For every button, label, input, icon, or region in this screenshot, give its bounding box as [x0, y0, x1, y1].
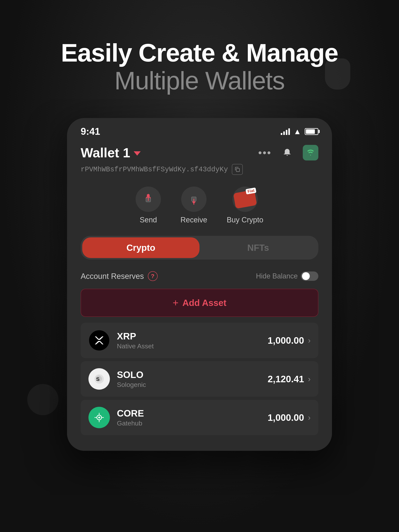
asset-amount-solo: 2,120.41: [268, 374, 304, 384]
question-mark-icon: ?: [151, 273, 154, 279]
tabs-container: Crypto NFTs: [81, 236, 318, 260]
fiat-badge: Fiat: [245, 188, 256, 195]
action-buttons: Send Receive Fiat: [81, 187, 318, 224]
reserves-left: Account Reserves ?: [81, 271, 158, 281]
hide-balance-row: Hide Balance: [256, 272, 318, 281]
toggle-knob: [302, 272, 310, 280]
status-icons: ▲: [281, 127, 318, 136]
receive-action-button[interactable]: Receive: [180, 187, 207, 224]
wifi-icon: ▲: [293, 127, 301, 136]
buy-crypto-card-icon: Fiat: [233, 190, 257, 209]
wallet-header: Wallet 1 •••: [81, 145, 318, 160]
asset-info-xrp: XRP Native Asset: [117, 331, 154, 350]
asset-amount-core: 1,000.00: [268, 412, 304, 423]
chevron-right-solo: ›: [308, 375, 310, 383]
hero-line2: Multiple Wallets: [61, 67, 338, 95]
asset-subtitle-solo: Sologenic: [117, 381, 146, 388]
chevron-right-xrp: ›: [308, 336, 310, 345]
status-time: 9:41: [81, 126, 100, 137]
solo-logo: S: [89, 368, 110, 390]
signal-bar-4: [288, 128, 290, 135]
header-actions: •••: [258, 145, 318, 160]
wallet-title-row[interactable]: Wallet 1: [81, 145, 141, 160]
battery-icon: [305, 128, 318, 135]
asset-name-core: CORE: [117, 408, 144, 419]
signal-bar-1: [281, 133, 282, 135]
asset-right-core: 1,000.00 ›: [268, 412, 310, 423]
account-reserves-info-button[interactable]: ?: [148, 271, 158, 281]
asset-subtitle-core: Gatehub: [117, 419, 144, 427]
asset-item-core[interactable]: CORE Gatehub 1,000.00 ›: [81, 400, 318, 435]
buy-crypto-icon-circle: Fiat: [232, 187, 258, 212]
buy-crypto-label: Buy Crypto: [227, 216, 264, 224]
wallet-dropdown-arrow[interactable]: [134, 151, 141, 156]
account-reserves-label: Account Reserves: [81, 272, 144, 281]
svg-marker-9: [192, 202, 196, 204]
asset-list: XRP Native Asset 1,000.00 › S: [81, 323, 318, 435]
add-asset-label: Add Asset: [182, 298, 226, 308]
signal-bar-2: [283, 132, 285, 135]
notification-bell-button[interactable]: [279, 145, 295, 160]
chevron-right-core: ›: [308, 413, 310, 422]
asset-left-xrp: XRP Native Asset: [89, 330, 154, 351]
hero-section: Easily Create & Manage Multiple Wallets: [61, 39, 338, 95]
send-label: Send: [140, 216, 157, 224]
battery-fill: [306, 129, 315, 134]
asset-info-solo: SOLO Sologenic: [117, 369, 146, 388]
phone-content: Wallet 1 ••• rPVMhWBsfrPVMhWBsfFSy: [67, 141, 332, 451]
asset-right-xrp: 1,000.00 ›: [268, 335, 310, 346]
send-action-button[interactable]: Send: [135, 187, 161, 224]
wifi-connected-button[interactable]: [303, 145, 318, 160]
hide-balance-label: Hide Balance: [256, 272, 298, 280]
asset-item-solo[interactable]: S SOLO Sologenic 2,120.41 ›: [81, 361, 318, 397]
asset-right-solo: 2,120.41 ›: [268, 374, 310, 384]
phone-mockup: 9:41 ▲ Wallet 1 •••: [67, 118, 332, 451]
svg-rect-0: [236, 168, 239, 171]
copy-address-button[interactable]: [232, 164, 243, 175]
signal-bar-3: [286, 130, 287, 135]
account-reserves-row: Account Reserves ? Hide Balance: [81, 271, 318, 281]
asset-name-xrp: XRP: [117, 331, 154, 342]
asset-name-solo: SOLO: [117, 369, 146, 380]
receive-icon-circle: [181, 187, 206, 212]
buy-crypto-action-button[interactable]: Fiat Buy Crypto: [227, 187, 264, 224]
add-asset-button[interactable]: + Add Asset: [81, 289, 318, 317]
signal-bars-icon: [281, 128, 290, 135]
wallet-address: rPVMhWBsfrPVMhWBsfFSyWdKy.sf43ddyKy: [81, 165, 228, 173]
send-icon-circle: [135, 187, 161, 212]
asset-item-xrp[interactable]: XRP Native Asset 1,000.00 ›: [81, 323, 318, 358]
asset-subtitle-xrp: Native Asset: [117, 342, 154, 350]
wallet-name: Wallet 1: [81, 145, 130, 160]
hide-balance-toggle[interactable]: [301, 272, 318, 281]
deco-shape-bottom-left: [27, 384, 58, 415]
tab-nfts[interactable]: NFTs: [200, 237, 317, 258]
address-row: rPVMhWBsfrPVMhWBsfFSyWdKy.sf43ddyKy: [81, 164, 318, 175]
core-logo: [89, 407, 110, 428]
svg-point-14: [98, 417, 100, 418]
xrp-logo: [89, 330, 110, 351]
hero-line1: Easily Create & Manage: [61, 39, 338, 67]
tab-crypto[interactable]: Crypto: [82, 237, 200, 258]
status-bar: 9:41 ▲: [67, 118, 332, 141]
asset-left-solo: S SOLO Sologenic: [89, 368, 146, 390]
more-options-button[interactable]: •••: [258, 147, 272, 158]
asset-amount-xrp: 1,000.00: [268, 335, 304, 346]
receive-label: Receive: [180, 216, 207, 224]
asset-info-core: CORE Gatehub: [117, 408, 144, 427]
asset-left-core: CORE Gatehub: [89, 407, 144, 428]
svg-text:S: S: [96, 376, 100, 382]
plus-icon: +: [173, 297, 179, 309]
